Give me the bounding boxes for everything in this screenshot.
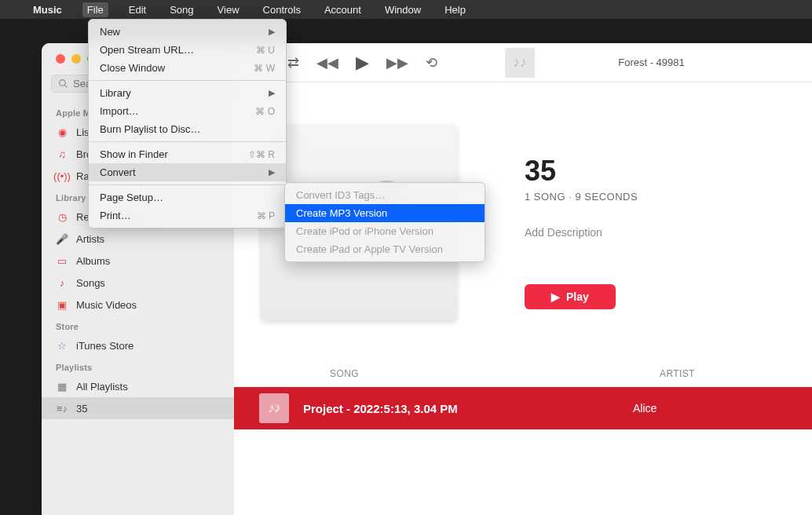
file-dropdown-menu: New▶Open Stream URL…⌘ UClose Window⌘ WLi…: [88, 19, 287, 228]
toolbar: ⇄ ◀◀ ▶ ▶▶ ⟲ ♪♪ Forest - 49981: [234, 43, 812, 82]
playlist-icon: ≡♪: [56, 402, 68, 415]
column-song[interactable]: SONG: [330, 368, 660, 379]
note-icon: ♪: [56, 276, 68, 289]
playlist-meta: 35 1 SONG · 9 SECONDS Add Description ▶P…: [525, 155, 638, 309]
menu-item-label: Print…: [100, 210, 131, 221]
menu-item-label: Convert: [100, 166, 136, 178]
play-icon[interactable]: ▶: [356, 53, 369, 73]
menu-song[interactable]: Song: [166, 2, 196, 17]
menu-shortcut: ⌘ O: [255, 106, 275, 117]
minimize-window-icon[interactable]: [71, 54, 81, 64]
clock-icon: ◷: [56, 210, 68, 223]
search-icon: [58, 79, 68, 89]
menu-item-print-[interactable]: Print…⌘ P: [89, 206, 286, 225]
track-song-title: Project - 2022:5:13, 3.04 PM: [303, 402, 633, 415]
menu-edit[interactable]: Edit: [126, 2, 149, 17]
menu-item-page-setup-[interactable]: Page Setup…: [89, 188, 286, 206]
menu-shortcut: ⌘ W: [254, 63, 275, 74]
grid-icon: ▦: [56, 380, 68, 393]
menu-item-close-window[interactable]: Close Window⌘ W: [89, 59, 286, 77]
track-artist: Alice: [633, 402, 657, 415]
menu-item-import-[interactable]: Import…⌘ O: [89, 102, 286, 120]
video-icon: ▣: [56, 298, 68, 311]
next-icon[interactable]: ▶▶: [386, 54, 408, 71]
menu-item-label: Show in Finder: [100, 148, 168, 160]
favorite-icon[interactable]: ♡: [272, 403, 280, 414]
menu-separator: [89, 141, 286, 142]
radio-icon: ((•)): [56, 170, 68, 182]
menu-item-label: New: [100, 26, 120, 38]
menu-item-label: Page Setup…: [100, 192, 163, 203]
menu-item-burn-playlist-to-disc-[interactable]: Burn Playlist to Disc…: [89, 120, 286, 138]
menu-item-new[interactable]: New▶: [89, 23, 286, 41]
menu-item-convert-id-tags-: Convert ID3 Tags…: [285, 186, 485, 204]
sidebar-item-all-playlists[interactable]: ▦All Playlists: [42, 375, 234, 397]
close-window-icon[interactable]: [56, 54, 65, 64]
system-menubar: Music File Edit Song View Controls Accou…: [0, 0, 812, 19]
menu-item-open-stream-url-[interactable]: Open Stream URL…⌘ U: [89, 41, 286, 59]
submenu-arrow-icon: ▶: [269, 167, 275, 177]
sidebar-item-playlist-35[interactable]: ≡♪35: [42, 397, 234, 419]
previous-icon[interactable]: ◀◀: [316, 54, 338, 71]
sidebar-item-albums[interactable]: ▭Albums: [42, 250, 234, 272]
menu-shortcut: ⌘ U: [256, 45, 275, 56]
menu-window[interactable]: Window: [382, 2, 424, 17]
menu-item-label: Library: [100, 87, 131, 99]
now-playing-art-icon[interactable]: ♪♪: [505, 48, 535, 78]
play-triangle-icon: ▶: [551, 290, 560, 303]
column-artist[interactable]: ARTIST: [660, 368, 695, 379]
repeat-icon[interactable]: ⟲: [426, 54, 437, 71]
menu-help[interactable]: Help: [441, 2, 469, 17]
music-note-icon: ♫: [56, 148, 68, 160]
menu-item-show-in-finder[interactable]: Show in Finder⇧⌘ R: [89, 145, 286, 163]
menu-file[interactable]: File: [82, 2, 108, 17]
menu-item-label: Convert ID3 Tags…: [296, 189, 385, 201]
menu-item-create-ipod-or-iphone-version: Create iPod or iPhone Version: [285, 222, 485, 240]
sidebar-item-artists[interactable]: 🎤Artists: [42, 228, 234, 250]
menu-item-label: Import…: [100, 105, 139, 117]
svg-line-1: [64, 85, 67, 87]
menu-item-label: Create iPod or iPhone Version: [296, 225, 433, 237]
sidebar-item-itunes-store[interactable]: ☆iTunes Store: [42, 334, 234, 356]
section-store: Store: [42, 316, 234, 334]
play-button[interactable]: ▶Play: [525, 284, 616, 309]
convert-submenu: Convert ID3 Tags…Create MP3 VersionCreat…: [284, 182, 485, 262]
menu-separator: [89, 80, 286, 81]
submenu-arrow-icon: ▶: [269, 27, 275, 37]
menu-item-label: Create iPad or Apple TV Version: [296, 243, 443, 255]
track-table-header: SONG ARTIST: [261, 368, 812, 387]
track-row[interactable]: ♡ ♪♪ Project - 2022:5:13, 3.04 PM Alice: [234, 387, 812, 429]
menu-account[interactable]: Account: [321, 2, 364, 17]
now-playing-title: Forest - 49981: [544, 57, 806, 68]
menu-item-label: Create MP3 Version: [296, 207, 387, 219]
main-content: ⇄ ◀◀ ▶ ▶▶ ⟲ ♪♪ Forest - 49981 35 1 SONG …: [234, 43, 812, 515]
menu-view[interactable]: View: [214, 2, 243, 17]
menu-item-create-ipad-or-apple-tv-version: Create iPad or Apple TV Version: [285, 240, 485, 258]
svg-point-0: [60, 80, 66, 86]
menu-item-label: Open Stream URL…: [100, 44, 194, 56]
menu-controls[interactable]: Controls: [260, 2, 304, 17]
section-playlists: Playlists: [42, 356, 234, 375]
menu-shortcut: ⌘ P: [257, 210, 275, 221]
playlist-description[interactable]: Add Description: [525, 226, 638, 239]
menu-item-library[interactable]: Library▶: [89, 84, 286, 102]
menu-item-create-mp-version[interactable]: Create MP3 Version: [285, 204, 485, 222]
sidebar-item-songs[interactable]: ♪Songs: [42, 272, 234, 294]
playlist-view: 35 1 SONG · 9 SECONDS Add Description ▶P…: [234, 82, 812, 515]
mic-icon: 🎤: [56, 232, 68, 245]
submenu-arrow-icon: ▶: [269, 88, 275, 98]
shuffle-icon[interactable]: ⇄: [287, 54, 299, 71]
playlist-subtitle: 1 SONG · 9 SECONDS: [525, 191, 638, 203]
album-icon: ▭: [56, 254, 68, 267]
play-circle-icon: ◉: [56, 126, 68, 138]
menu-separator: [89, 184, 286, 185]
sidebar-item-music-videos[interactable]: ▣Music Videos: [42, 294, 234, 316]
playlist-title: 35: [525, 155, 638, 188]
app-name[interactable]: Music: [30, 2, 65, 17]
star-icon: ☆: [56, 339, 68, 352]
menu-shortcut: ⇧⌘ R: [248, 149, 275, 160]
menu-item-convert[interactable]: Convert▶: [89, 163, 286, 181]
playback-controls: ⇄ ◀◀ ▶ ▶▶ ⟲: [287, 53, 437, 73]
now-playing: ♪♪ Forest - 49981: [505, 48, 806, 78]
menu-item-label: Burn Playlist to Disc…: [100, 123, 201, 135]
